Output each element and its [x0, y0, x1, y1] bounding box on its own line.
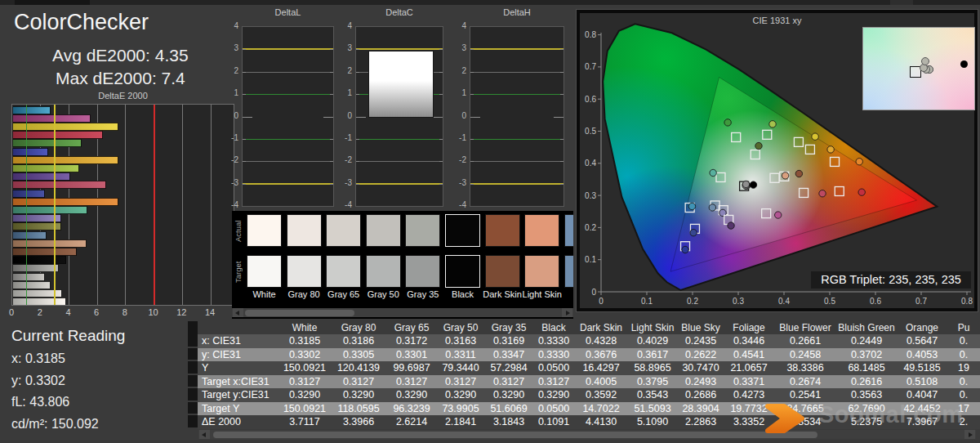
edge-tick: [356, 49, 359, 50]
swatch-target-dark-skin: [485, 255, 520, 288]
avg-de2000: Avg dE2000: 4.35: [52, 46, 189, 65]
measured-circle-light-skin: [782, 172, 788, 179]
cell-target-x-cie31-blue-flower: 0.2674: [774, 375, 836, 389]
swatch-scroll-left-icon[interactable]: [233, 308, 243, 317]
cell-target-y-gray-35: 51.6069: [485, 402, 532, 416]
edge-tick: [243, 117, 246, 118]
edge-tick: [560, 72, 564, 73]
swatch-actual-gray-50: [366, 214, 401, 247]
measured-circle-gray-35: [742, 181, 749, 187]
column-header-bluish-green: Bluish Green: [836, 321, 897, 334]
cell-target-y-gray-50: 73.9905: [436, 402, 485, 416]
measured-circle-black: [750, 181, 756, 188]
svg-text:0.1: 0.1: [585, 255, 596, 264]
measured-circle-blue-sky: [709, 204, 715, 211]
swatch-target-gray-65: [326, 255, 361, 288]
delta-c-bar: [368, 51, 434, 119]
cell-y-cie31-foliage: 0.4541: [724, 348, 774, 362]
svg-text:0.3: 0.3: [585, 191, 596, 200]
y-label-2: 2: [448, 66, 466, 75]
delta-c-title: DeltaC: [355, 7, 443, 17]
row-label-target-y-cie31: Target y:CIE31: [198, 388, 279, 402]
bar-yellow-green: [12, 164, 79, 172]
bar-blue-sky: [12, 231, 47, 239]
limit-line-green--1: [243, 139, 333, 140]
swatch-label-dark-skin: Dark Skin: [483, 289, 523, 299]
bar-purple: [12, 172, 70, 181]
cell-y-pu: 19: [947, 361, 980, 375]
cell--e-2000-pu: 2.: [947, 415, 980, 429]
bar-yellow: [12, 123, 118, 131]
cell-target-y-cie31-foliage: 0.4273: [724, 388, 774, 402]
swatch-label-light-skin: Light Skin: [522, 289, 562, 299]
top-strip: [0, 0, 980, 5]
edge-tick: [439, 49, 443, 50]
gridline--2: [243, 161, 333, 162]
measured-circle-orange-yellow: [827, 146, 834, 153]
table-gutter-cell: [188, 402, 198, 416]
swatch-scroll-right-icon[interactable]: [562, 308, 572, 317]
edge-tick: [330, 161, 333, 162]
edge-tick: [243, 184, 246, 185]
y-label--4: -4: [334, 200, 352, 209]
cell--e-2000-blue-sky: 2.2863: [678, 415, 724, 429]
cell-y-blue-sky: 30.7470: [678, 361, 724, 375]
bar-cyan: [12, 106, 51, 114]
y-label--3: -3: [448, 178, 466, 187]
edge-tick: [330, 139, 333, 140]
swatch-label-gray-35: Gray 35: [403, 289, 443, 299]
cell-target-x-cie31-dark-skin: 0.4005: [575, 375, 627, 389]
cell-y-gray-80: 120.4139: [330, 361, 387, 375]
limit-line-yellow--3: [470, 183, 564, 185]
limit-line-yellow-3: [470, 48, 564, 50]
table-header-corner: [198, 321, 279, 334]
measured-circle-moderate-red: [819, 190, 826, 197]
limit-line-yellow-3: [243, 48, 333, 50]
column-header-blue-sky: Blue Sky: [678, 321, 724, 334]
cell-target-y-cie31-black: 0.3290: [532, 388, 575, 402]
column-header-blue-flower: Blue Flower: [774, 321, 836, 334]
cell-x-cie31-orange: 0.5647: [897, 334, 947, 348]
column-header-gray-80: Gray 80: [330, 321, 387, 334]
swatch-target-light-skin: [524, 255, 559, 288]
max-de2000: Max dE2000: 7.4: [56, 69, 185, 88]
cell-target-x-cie31-gray-65: 0.3127: [387, 375, 436, 389]
swatch-label-b: B: [562, 289, 573, 299]
column-header-orange: Orange: [897, 321, 947, 334]
swatch-actual-gray-80: [287, 214, 322, 247]
delta-c-chart: [355, 26, 443, 207]
cell-x-cie31-dark-skin: 0.4328: [575, 334, 627, 348]
gridline--2: [356, 161, 443, 162]
table-row-x-cie31: x: CIE310.31850.31860.31720.31630.31690.…: [188, 334, 980, 348]
edge-tick: [439, 117, 443, 118]
cell-target-y-cie31-gray-35: 0.3290: [485, 388, 532, 402]
x-tick-8: 8: [116, 307, 134, 317]
table-scroll-right-icon[interactable]: [964, 430, 975, 439]
edge-tick: [243, 161, 246, 162]
y-label-2: 2: [220, 66, 238, 75]
svg-text:0: 0: [591, 288, 596, 297]
table-scroll-left-icon[interactable]: [199, 430, 210, 439]
current-reading-line-0: x: 0.3185: [11, 351, 65, 366]
gridline-8: [125, 105, 126, 305]
swatch-actual-black: [445, 214, 480, 247]
table-scrollbar-thumb[interactable]: [213, 432, 817, 438]
cell-x-cie31-blue-flower: 0.2661: [774, 334, 836, 348]
column-header-black: Black: [532, 321, 575, 334]
y-label--2: -2: [448, 155, 466, 164]
swatch-scrollbar-thumb[interactable]: [245, 310, 354, 316]
bar-dark-skin: [12, 248, 77, 256]
column-header-gray-65: Gray 65: [387, 321, 436, 334]
current-reading-line-3: cd/m²: 150.092: [11, 417, 99, 432]
edge-tick: [560, 49, 564, 50]
cell-target-y-blue-flower: 34.7665: [774, 402, 836, 416]
cell-x-cie31-white: 0.3185: [279, 334, 330, 348]
column-header-dark-skin: Dark Skin: [575, 321, 627, 334]
current-reading-line-1: y: 0.3302: [11, 374, 65, 388]
cell-x-cie31-gray-80: 0.3186: [330, 334, 387, 348]
y-label-4: 4: [220, 21, 238, 30]
cell-x-cie31-light-skin: 0.4029: [627, 334, 678, 348]
edge-tick: [439, 184, 443, 185]
bar-purplish-blue: [12, 190, 45, 198]
cell-y-cie31-pu: 0.: [947, 348, 980, 362]
